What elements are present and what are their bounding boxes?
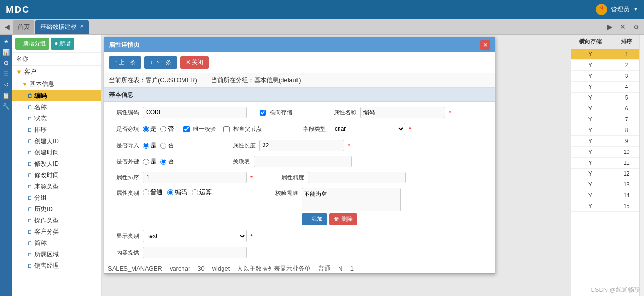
tree-item-abbr[interactable]: 🗒 简称 xyxy=(12,237,101,249)
category-calc-radio[interactable]: 运算 xyxy=(192,188,212,196)
tree-item-creator[interactable]: 🗒 创建人ID xyxy=(12,135,101,147)
import-yes-label: 是 xyxy=(150,141,157,150)
right-cell-h-7: Y xyxy=(571,116,609,123)
tree-item-modifier[interactable]: 🗒 修改人ID xyxy=(12,158,101,169)
foreign-no-radio[interactable]: 否 xyxy=(160,157,174,166)
check-child-checkbox[interactable] xyxy=(223,126,230,132)
tree-item-source[interactable]: 🗒 来源类型 xyxy=(12,181,101,192)
btn-prev[interactable]: ↑ 上一条 xyxy=(109,56,141,69)
tree-item-name[interactable]: 🗒 名称 xyxy=(12,101,101,113)
tab-home-label: 首页 xyxy=(17,23,30,31)
form-row-1: 属性编码 横向存储 属性名称 * xyxy=(111,107,488,118)
rail-icon-clipboard[interactable]: 📋 xyxy=(2,92,10,99)
file-icon-status: 🗒 xyxy=(27,116,33,121)
right-cell-h-10: Y xyxy=(571,148,609,156)
required-no-radio[interactable]: 否 xyxy=(160,125,174,133)
btn-add-item[interactable]: ● 新增 xyxy=(51,38,74,50)
tab-settings[interactable]: ⚙ xyxy=(630,22,642,32)
rail-icon-chart[interactable]: 📊 xyxy=(2,49,10,56)
category-radios: 普通 编码 运算 xyxy=(143,188,247,196)
tree-label-modifier: 修改人ID xyxy=(34,160,59,168)
category-calc-label: 运算 xyxy=(199,188,212,196)
tab-close-icon[interactable]: ✕ xyxy=(80,24,84,30)
attr-name-input[interactable] xyxy=(360,107,445,118)
required-yes-radio[interactable]: 是 xyxy=(143,125,157,133)
tree-item-region[interactable]: 🗒 所属区域 xyxy=(12,249,101,260)
tree-item-optype[interactable]: 🗒 操作类型 xyxy=(12,215,101,226)
right-row-9: Y 9 xyxy=(571,136,644,147)
rail-icon-wrench[interactable]: 🔧 xyxy=(2,103,10,110)
right-cell-h-8: Y xyxy=(571,127,609,134)
rail-icon-star[interactable]: ★ xyxy=(3,38,9,45)
file-icon-group: 🗒 xyxy=(27,195,33,201)
btn-next[interactable]: ↓ 下一条 xyxy=(144,56,177,69)
attr-code-input[interactable] xyxy=(143,107,247,118)
tree-item-history[interactable]: 🗒 历史ID xyxy=(12,203,101,215)
sidebar: + 新增分组 ● 新增 名称 ▼ 客户 ▼ 基本信息 🗒 编码 🗒 xyxy=(12,35,102,296)
tree-item-customer[interactable]: ▼ 客户 xyxy=(12,66,101,78)
form-row-5: 属性排序 * 属性精度 xyxy=(111,172,488,183)
file-icon-sort: 🗒 xyxy=(27,127,33,133)
tree-label-region: 所属区域 xyxy=(34,250,59,259)
right-cell-s-4: 4 xyxy=(609,83,644,91)
tab-home[interactable]: 首页 xyxy=(13,20,34,34)
btn-del-validation[interactable]: 🗑 删除 xyxy=(329,213,357,225)
content-hint-input[interactable] xyxy=(143,247,247,258)
related-table-label: 关联表 xyxy=(233,158,250,166)
tree-item-create-time[interactable]: 🗒 创建时间 xyxy=(12,147,101,158)
field-type-select[interactable]: char varchar int bigint decimal datetime… xyxy=(330,123,405,135)
attr-length-required: * xyxy=(348,142,350,149)
bottom-partial-row: SALES_MANAGER varchar 30 widget 人以主数据列表显… xyxy=(104,263,495,273)
category-code-radio[interactable]: 编码 xyxy=(167,188,187,196)
rail-icon-gear[interactable]: ⚙ xyxy=(3,59,9,67)
tree-item-modify-time[interactable]: 🗒 修改时间 xyxy=(12,169,101,181)
btn-add-group[interactable]: + 新增分组 xyxy=(15,38,49,50)
foreign-label: 是否外键 xyxy=(111,158,139,166)
tree-item-basic[interactable]: ▼ 基本信息 xyxy=(12,78,101,90)
right-cell-s-6: 6 xyxy=(609,105,644,112)
sidebar-tree: ▼ 客户 ▼ 基本信息 🗒 编码 🗒 名称 🗒 状态 🗒 xyxy=(12,66,101,296)
tab-nav-right[interactable]: ▶ xyxy=(604,22,615,32)
tree-item-custcat[interactable]: 🗒 客户分类 xyxy=(12,226,101,237)
tree-label-sort: 排序 xyxy=(34,126,47,134)
tree-label-group: 分组 xyxy=(34,194,47,202)
tab-nav-left[interactable]: ◀ xyxy=(2,21,13,33)
tree-item-group[interactable]: 🗒 分组 xyxy=(12,192,101,203)
right-panel-scrollbar[interactable] xyxy=(639,35,644,296)
rail-icon-refresh[interactable]: ↺ xyxy=(4,81,9,88)
foreign-no-label: 否 xyxy=(168,157,174,166)
bottom-col8: 1 xyxy=(350,265,354,272)
file-icon-modify-time: 🗒 xyxy=(27,172,33,178)
attr-precision-input[interactable] xyxy=(308,172,406,183)
foreign-yes-radio[interactable]: 是 xyxy=(143,157,157,166)
import-yes-radio[interactable]: 是 xyxy=(143,141,157,150)
right-row-11: Y 11 xyxy=(571,158,644,169)
tree-label-status: 状态 xyxy=(34,114,47,123)
tree-item-code[interactable]: 🗒 编码 xyxy=(12,90,101,101)
tab-close-all[interactable]: ✕ xyxy=(617,22,628,32)
file-icon-source: 🗒 xyxy=(27,184,33,189)
horizontal-checkbox[interactable] xyxy=(260,110,266,116)
related-table-input[interactable] xyxy=(254,156,352,167)
tree-item-status[interactable]: 🗒 状态 xyxy=(12,113,101,124)
attr-length-input[interactable] xyxy=(259,140,344,151)
tree-item-sort[interactable]: 🗒 排序 xyxy=(12,124,101,135)
content-hint-label: 内容提供 xyxy=(111,249,139,257)
category-normal-radio[interactable]: 普通 xyxy=(143,188,163,196)
unique-checkbox[interactable] xyxy=(183,126,190,132)
btn-close[interactable]: ✕ 关闭 xyxy=(180,56,209,69)
display-type-select[interactable]: text select date datetime checkbox radio… xyxy=(143,230,247,242)
dialog-close-btn[interactable]: ✕ xyxy=(480,40,490,50)
validation-textarea[interactable]: 不能为空 xyxy=(302,188,401,211)
attr-order-input[interactable] xyxy=(143,172,247,183)
import-no-radio[interactable]: 否 xyxy=(160,141,174,150)
file-icon-modifier: 🗒 xyxy=(27,161,33,167)
right-panel-rows: Y 1 Y 2 Y 3 Y 4 Y 5 Y 6 xyxy=(571,49,644,296)
tree-item-sales[interactable]: 🗒 销售经理 xyxy=(12,260,101,271)
tab-active[interactable]: 基础数据建模 ✕ xyxy=(35,20,89,34)
btn-add-validation[interactable]: + 添加 xyxy=(302,213,327,225)
rail-icon-menu[interactable]: ☰ xyxy=(3,70,9,77)
right-cell-h-4: Y xyxy=(571,83,609,91)
main-layout: ★ 📊 ⚙ ☰ ↺ 📋 🔧 + 新增分组 ● 新增 名称 ▼ 客户 ▼ 基本信息 xyxy=(0,35,644,296)
right-data-panel: 横向存储 排序 Y 1 Y 2 Y 3 Y 4 Y 5 xyxy=(571,35,644,296)
